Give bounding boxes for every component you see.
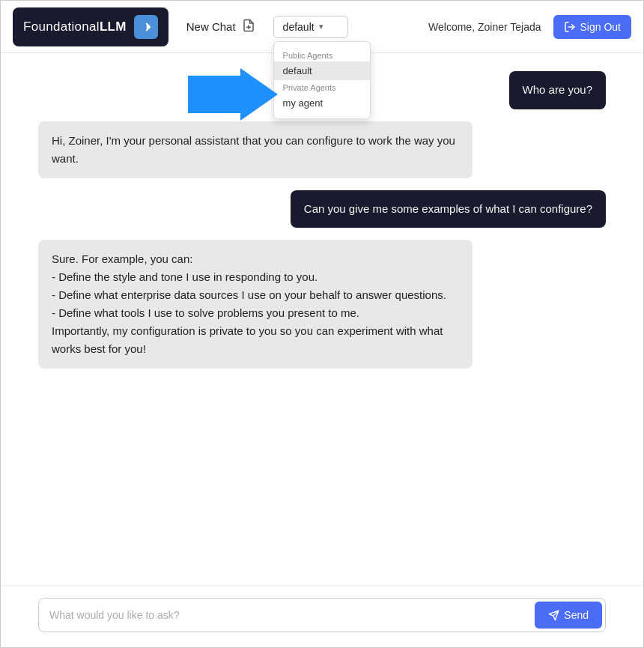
arrow-right-icon (139, 20, 153, 34)
new-chat-doc-icon (242, 19, 255, 35)
bot-message-2: Sure. For example, you can:- Define the … (38, 240, 473, 369)
chat-area: Who are you? Hi, Zoiner, I'm your person… (1, 53, 643, 585)
agent-selector-button[interactable]: default ▾ (273, 16, 348, 38)
input-area: Send (1, 585, 643, 647)
send-label: Send (564, 609, 589, 621)
bot-message-2-text: Sure. For example, you can:- Define the … (52, 252, 446, 355)
sign-out-button[interactable]: Sign Out (553, 15, 631, 39)
logo-text: FoundationalLLM (23, 19, 127, 34)
logo-text-bold: LLM (100, 19, 127, 34)
user-message-2-text: Can you give me some examples of what I … (304, 202, 592, 215)
send-icon (548, 610, 559, 621)
bot-message-1: Hi, Zoiner, I'm your personal assistant … (38, 121, 473, 178)
agent-option-default[interactable]: default (274, 61, 370, 80)
app-container: FoundationalLLM New Chat (0, 0, 644, 648)
user-message-1-text: Who are you? (523, 83, 592, 96)
user-message-1: Who are you? (509, 71, 606, 109)
logo-arrow-button[interactable] (134, 15, 158, 39)
private-agents-label: Private Agents (274, 80, 370, 94)
user-message-2: Can you give me some examples of what I … (291, 190, 606, 228)
chat-input[interactable] (49, 603, 529, 627)
logo-text-light: Foundational (23, 19, 100, 34)
input-row: Send (38, 598, 606, 632)
sign-out-label: Sign Out (580, 21, 621, 33)
sign-out-icon (564, 21, 576, 33)
header: FoundationalLLM New Chat (1, 1, 643, 53)
new-chat-label[interactable]: New Chat (186, 20, 236, 33)
send-button[interactable]: Send (535, 602, 602, 629)
chevron-down-icon: ▾ (319, 22, 323, 31)
logo-area: FoundationalLLM (13, 7, 168, 46)
new-chat-area: New Chat (186, 19, 255, 35)
public-agents-label: Public Agents (274, 48, 370, 61)
agent-dropdown-menu: Public Agents default Private Agents my … (273, 41, 371, 119)
agent-option-my-agent[interactable]: my agent (274, 94, 370, 112)
agent-selector[interactable]: default ▾ Public Agents default Private … (273, 16, 348, 38)
welcome-text: Welcome, Zoiner Tejada (428, 21, 541, 33)
agent-selected-label: default (283, 21, 315, 33)
bot-message-1-text: Hi, Zoiner, I'm your personal assistant … (52, 134, 455, 165)
